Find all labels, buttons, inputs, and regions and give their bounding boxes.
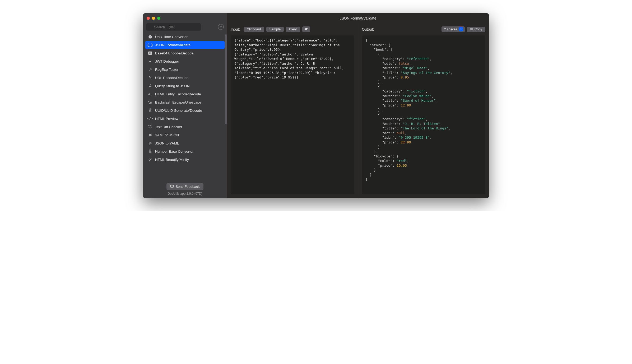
sidebar-item-label: Backslash Escape/Unescape xyxy=(155,100,201,104)
percent-icon: % xyxy=(148,75,152,80)
svg-rect-8 xyxy=(471,28,472,30)
sidebar-item-label: HTML Beautify/Minify xyxy=(155,158,189,162)
sidebar-item-html-beautify-minify[interactable]: HTML Beautify/Minify xyxy=(145,156,225,164)
sidebar-item-label: HTML Preview xyxy=(155,117,178,121)
titlebar-left xyxy=(143,13,227,23)
sidebar-scrollbar[interactable] xyxy=(225,34,227,129)
traffic-lights xyxy=(147,17,160,20)
chevron-updown-icon: ▲▼ xyxy=(459,27,463,31)
copy-label: Copy xyxy=(475,27,482,31)
input-panel: Input: Clipboard Sample Clear {"store":{… xyxy=(227,23,358,198)
tool-list: Unix Time Converter{,}JSON Format/Valida… xyxy=(143,33,227,180)
filter-button[interactable] xyxy=(218,24,224,30)
sidebar-item-base64-encode-decode[interactable]: 64Base64 Encode/Decode xyxy=(145,49,225,57)
sidebar-item-label: URL Encode/Decode xyxy=(155,76,188,80)
sidebar-item-yaml-to-json[interactable]: YAML to JSON xyxy=(145,131,225,139)
braces-icon: {,} xyxy=(148,43,152,47)
slash-icon: \n xyxy=(148,100,152,105)
sidebar-item-html-preview[interactable]: </>HTML Preview xyxy=(145,115,225,123)
b64-icon: 64 xyxy=(148,51,152,55)
sidebar-item-label: Text Diff Checker xyxy=(155,125,182,129)
sidebar-item-label: YAML to JSON xyxy=(155,133,179,137)
sidebar-item-label: JWT Debugger xyxy=(155,59,179,63)
amp-icon: & xyxy=(148,83,152,88)
sidebar-item-label: Number Base Converter xyxy=(155,150,194,153)
diff-icon: +ab-cd xyxy=(148,124,152,129)
clear-button[interactable]: Clear xyxy=(286,27,300,32)
hash-icon: #; xyxy=(148,92,152,96)
clipboard-button[interactable]: Clipboard xyxy=(244,27,264,32)
sidebar-item-label: JSON to YAML xyxy=(155,141,179,145)
indent-select-label: 2 spaces xyxy=(444,27,457,31)
window-title: JSON Format/Validate xyxy=(227,13,489,23)
main: JSON Format/Validate Input: Clipboard Sa… xyxy=(227,13,489,198)
minimize-window-button[interactable] xyxy=(152,17,155,20)
sidebar-item-query-string-to-json[interactable]: &Query String to JSON xyxy=(145,82,225,90)
sidebar-item-label: RegExp Tester xyxy=(155,68,178,72)
swap-icon xyxy=(148,141,152,146)
output-panel: Output: 2 spaces ▲▼ Copy xyxy=(358,23,489,198)
sidebar-item-label: Query String to JSON xyxy=(155,84,190,88)
search-input[interactable] xyxy=(146,23,201,31)
regex-icon: .* xyxy=(148,67,152,72)
sidebar-item-json-to-yaml[interactable]: JSON to YAML xyxy=(145,139,225,147)
svg-rect-7 xyxy=(471,29,473,30)
uuid-icon: UUID xyxy=(148,108,152,113)
sidebar-item-url-encode-decode[interactable]: %URL Encode/Decode xyxy=(145,74,225,82)
input-label: Input: xyxy=(231,27,240,31)
mail-icon xyxy=(170,184,174,189)
copy-icon xyxy=(470,27,473,31)
sidebar-item-label: UUID/ULID Generate/Decode xyxy=(155,109,202,113)
sidebar-item-json-format-validate[interactable]: {,}JSON Format/Validate xyxy=(145,41,225,49)
sidebar-item-label: JSON Format/Validate xyxy=(155,43,190,47)
sidebar-item-text-diff-checker[interactable]: +ab-cdText Diff Checker xyxy=(145,123,225,131)
close-window-button[interactable] xyxy=(147,17,150,20)
code-icon: </> xyxy=(148,116,152,121)
gear-icon xyxy=(304,27,308,31)
app-window: Unix Time Converter{,}JSON Format/Valida… xyxy=(143,13,489,198)
sidebar-item-label: HTML Entity Encode/Decode xyxy=(155,92,201,96)
search-row xyxy=(143,23,227,33)
sidebar: Unix Time Converter{,}JSON Format/Valida… xyxy=(143,13,227,198)
input-header: Input: Clipboard Sample Clear xyxy=(231,26,354,33)
clock-icon xyxy=(148,34,152,39)
sidebar-scrollbar-thumb[interactable] xyxy=(225,34,227,124)
zoom-window-button[interactable] xyxy=(157,17,160,20)
output-label: Output: xyxy=(362,27,374,31)
jwt-icon: ✱ xyxy=(148,59,152,64)
sidebar-item-regexp-tester[interactable]: .*RegExp Tester xyxy=(145,66,225,73)
send-feedback-label: Send Feedback xyxy=(175,185,199,189)
sidebar-item-jwt-debugger[interactable]: ✱JWT Debugger xyxy=(145,57,225,65)
output-header: Output: 2 spaces ▲▼ Copy xyxy=(362,26,486,33)
sidebar-item-number-base-converter[interactable]: 0110Number Base Converter xyxy=(145,147,225,155)
sample-button[interactable]: Sample xyxy=(266,27,284,32)
input-textarea[interactable]: {"store":{"book":[{"category":"reference… xyxy=(231,35,354,194)
sidebar-item-html-entity-encode-decode[interactable]: #;HTML Entity Encode/Decode xyxy=(145,90,225,98)
output-textarea[interactable]: { "store": { "book": [ { "category": "re… xyxy=(362,35,486,194)
sidebar-item-label: Unix Time Converter xyxy=(155,35,188,39)
sidebar-item-label: Base64 Encode/Decode xyxy=(155,51,194,55)
copy-button[interactable]: Copy xyxy=(467,27,485,32)
wand-icon xyxy=(148,157,152,162)
sidebar-item-unix-time-converter[interactable]: Unix Time Converter xyxy=(145,33,225,41)
sidebar-item-backslash-escape-unescape[interactable]: \nBackslash Escape/Unescape xyxy=(145,98,225,106)
indent-select[interactable]: 2 spaces ▲▼ xyxy=(442,26,465,32)
sidebar-item-uuid-ulid-generate-decode[interactable]: UUIDUUID/ULID Generate/Decode xyxy=(145,106,225,114)
settings-button[interactable] xyxy=(302,26,310,32)
version-label: DevUtils.app 1.9.0 (67D) xyxy=(168,192,202,195)
send-feedback-button[interactable]: Send Feedback xyxy=(166,183,203,190)
sidebar-footer: Send Feedback DevUtils.app 1.9.0 (67D) xyxy=(143,180,227,198)
swap-icon xyxy=(148,133,152,137)
bits-icon: 0110 xyxy=(148,149,152,154)
panels: Input: Clipboard Sample Clear {"store":{… xyxy=(227,23,489,198)
